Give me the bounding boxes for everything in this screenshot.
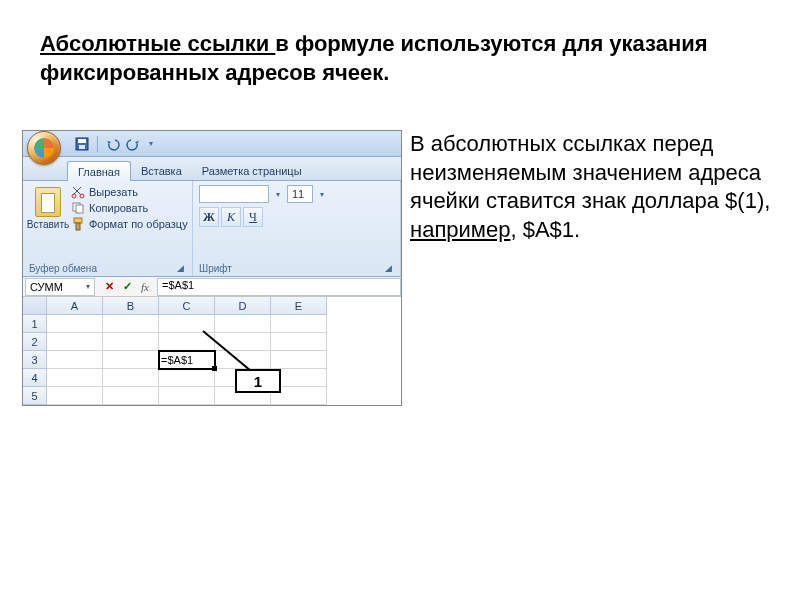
ribbon-group-clipboard: Вставить Вырезать Копировать [23, 181, 193, 276]
cell[interactable] [215, 351, 271, 369]
col-header[interactable]: E [271, 297, 327, 315]
cell-grid: A B C D E 1 2 3 =$A$1 4 5 [23, 297, 401, 405]
qat-customize-icon[interactable]: ▾ [146, 139, 156, 148]
cell[interactable] [271, 351, 327, 369]
tab-insert[interactable]: Вставка [131, 161, 192, 180]
example-word: например [410, 217, 510, 242]
svg-rect-8 [76, 223, 80, 230]
fx-icon[interactable]: fx [137, 281, 153, 293]
cell[interactable] [159, 387, 215, 405]
format-painter-button[interactable]: Формат по образцу [71, 217, 188, 231]
cell[interactable] [159, 333, 215, 351]
slide-title: Абсолютные ссылки в формуле используются… [0, 0, 800, 92]
cut-button[interactable]: Вырезать [71, 185, 188, 199]
dialog-launcher-icon[interactable]: ◢ [383, 263, 394, 273]
slide-body: В абсолютных ссылках перед неизменяемым … [410, 130, 780, 244]
name-box[interactable]: СУММ ▾ [25, 278, 95, 296]
tab-home[interactable]: Главная [67, 161, 131, 181]
cell[interactable] [47, 387, 103, 405]
quick-access-toolbar: ▾ [75, 136, 156, 152]
font-size-field[interactable]: 11 [287, 185, 313, 203]
undo-icon[interactable] [106, 137, 120, 151]
paste-icon [35, 187, 61, 217]
col-header[interactable]: A [47, 297, 103, 315]
ribbon: Вставить Вырезать Копировать [23, 181, 401, 277]
chevron-down-icon[interactable]: ▾ [317, 190, 327, 199]
ribbon-tabstrip: Главная Вставка Разметка страницы [23, 157, 401, 181]
cell[interactable] [103, 315, 159, 333]
formula-input[interactable]: =$A$1 [157, 278, 401, 296]
col-header[interactable]: C [159, 297, 215, 315]
svg-rect-7 [74, 218, 82, 223]
clipboard-group-title: Буфер обмена [29, 261, 97, 274]
active-cell[interactable]: =$A$1 [159, 351, 215, 369]
row-header[interactable]: 3 [23, 351, 47, 369]
svg-rect-1 [78, 139, 86, 143]
cell[interactable] [271, 315, 327, 333]
font-group-title: Шрифт [199, 261, 232, 274]
cancel-formula-icon[interactable]: ✕ [101, 280, 117, 293]
tab-page-layout[interactable]: Разметка страницы [192, 161, 312, 180]
ribbon-group-font: ▾ 11 ▾ Ж К Ч Шрифт ◢ [193, 181, 401, 276]
bold-button[interactable]: Ж [199, 207, 219, 227]
cell[interactable] [159, 369, 215, 387]
underline-button[interactable]: Ч [243, 207, 263, 227]
row-header[interactable]: 4 [23, 369, 47, 387]
dialog-launcher-icon[interactable]: ◢ [175, 263, 186, 273]
cell[interactable] [103, 351, 159, 369]
col-header[interactable]: B [103, 297, 159, 315]
cell[interactable] [47, 369, 103, 387]
cell[interactable] [47, 351, 103, 369]
cell[interactable] [47, 333, 103, 351]
row-header[interactable]: 2 [23, 333, 47, 351]
cell[interactable] [159, 315, 215, 333]
excel-screenshot: ▾ Главная Вставка Разметка страницы Вста… [22, 130, 402, 406]
cell[interactable] [271, 333, 327, 351]
cell[interactable] [103, 369, 159, 387]
col-header[interactable]: D [215, 297, 271, 315]
save-icon[interactable] [75, 137, 89, 151]
formula-bar: СУММ ▾ ✕ ✓ fx =$A$1 [23, 277, 401, 297]
copy-icon [71, 201, 85, 215]
select-all-corner[interactable] [23, 297, 47, 315]
chevron-down-icon[interactable]: ▾ [86, 282, 90, 291]
paste-button[interactable]: Вставить [29, 185, 67, 232]
svg-point-4 [80, 194, 84, 198]
row-header[interactable]: 1 [23, 315, 47, 333]
office-button[interactable] [27, 131, 61, 165]
chevron-down-icon[interactable]: ▾ [273, 190, 283, 199]
cell[interactable] [103, 333, 159, 351]
cell[interactable] [103, 387, 159, 405]
font-name-field[interactable] [199, 185, 269, 203]
cell[interactable] [215, 333, 271, 351]
title-underlined: Абсолютные ссылки [40, 31, 275, 56]
row-header[interactable]: 5 [23, 387, 47, 405]
scissors-icon [71, 185, 85, 199]
italic-button[interactable]: К [221, 207, 241, 227]
callout-label: 1 [235, 369, 281, 393]
cell[interactable] [47, 315, 103, 333]
brush-icon [71, 217, 85, 231]
redo-icon[interactable] [126, 137, 140, 151]
titlebar: ▾ [23, 131, 401, 157]
copy-button[interactable]: Копировать [71, 201, 188, 215]
svg-rect-2 [79, 145, 85, 149]
svg-rect-6 [76, 205, 83, 213]
cell[interactable] [215, 315, 271, 333]
enter-formula-icon[interactable]: ✓ [119, 280, 135, 293]
